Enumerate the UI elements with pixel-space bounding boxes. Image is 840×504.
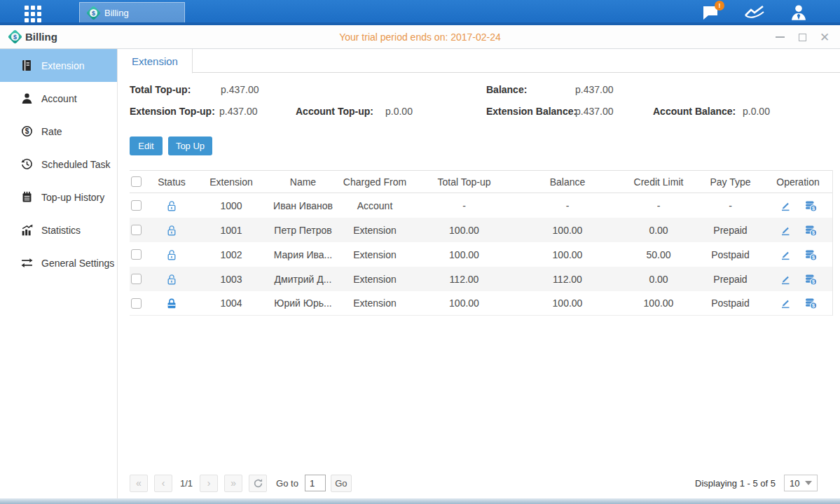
sidebar-item-account[interactable]: Account — [0, 82, 117, 115]
row-checkbox[interactable] — [131, 249, 142, 260]
topup-history-ledger-icon — [21, 191, 33, 203]
cell-balance: - — [515, 200, 620, 211]
refresh-button[interactable] — [249, 475, 267, 492]
edit-extension-icon[interactable] — [779, 297, 792, 309]
edit-button[interactable]: Edit — [130, 136, 163, 155]
first-page-button[interactable]: « — [130, 475, 148, 492]
unlocked-icon — [165, 273, 178, 286]
sidebar-item-scheduled-task[interactable]: Scheduled Task — [0, 148, 117, 181]
page-size-select[interactable]: 10 — [784, 475, 818, 491]
top-up-extension-icon[interactable]: $ — [804, 297, 818, 309]
unlocked-icon — [165, 248, 178, 261]
sidebar-item-label: Statistics — [41, 225, 81, 236]
cell-pay-type: Postpaid — [697, 249, 764, 260]
cell-credit-limit: - — [620, 200, 697, 211]
cell-total-topup: - — [413, 200, 515, 211]
total-topup-value: p.437.00 — [221, 84, 259, 95]
go-button[interactable]: Go — [331, 475, 352, 492]
col-charged-from: Charged From — [336, 176, 413, 188]
account-balance-value: p.0.00 — [743, 106, 770, 117]
cell-pay-type: Prepaid — [697, 225, 764, 236]
cell-charged-from: Extension — [336, 298, 413, 309]
edit-extension-icon[interactable] — [779, 273, 792, 286]
cell-credit-limit: 50.00 — [620, 249, 697, 260]
refresh-icon — [253, 478, 263, 489]
messages-icon[interactable]: ! — [700, 3, 721, 22]
cell-name: Дмитрий Д... — [270, 274, 336, 285]
locked-icon — [165, 297, 178, 309]
select-all-checkbox[interactable] — [131, 176, 142, 187]
resource-monitor-icon[interactable] — [744, 3, 765, 22]
tab-strip: Extension — [118, 49, 840, 73]
sidebar-item-label: Top-up History — [41, 192, 104, 203]
goto-label: Go to — [276, 478, 298, 489]
cell-extension: 1002 — [193, 249, 270, 260]
cell-extension: 1000 — [193, 200, 270, 211]
sidebar-item-label: Extension — [41, 60, 84, 71]
top-up-extension-icon[interactable]: $ — [804, 200, 818, 212]
extension-topup-value: p.437.00 — [219, 106, 258, 117]
taskbar-tab-billing[interactable]: $ Billing — [79, 2, 185, 23]
edit-extension-icon[interactable] — [779, 200, 792, 212]
table-header: Status Extension Name Charged From Total… — [130, 170, 832, 193]
table-row: 1000 Иван Иванов Account - - - - $ — [130, 193, 832, 218]
window-titlebar: $ Billing Your trial period ends on: 201… — [0, 25, 840, 49]
cell-credit-limit: 0.00 — [620, 274, 697, 285]
cell-charged-from: Extension — [336, 249, 413, 260]
cell-name: Мария Ива... — [270, 249, 336, 260]
sidebar-item-statistics[interactable]: Statistics — [0, 214, 117, 246]
cell-charged-from: Extension — [336, 225, 413, 236]
edit-extension-icon[interactable] — [779, 224, 792, 237]
taskbar-tab-label: Billing — [104, 8, 129, 18]
general-settings-sliders-icon — [21, 257, 33, 269]
cell-total-topup: 100.00 — [413, 249, 515, 260]
sidebar-item-top-up-history[interactable]: Top-up History — [0, 181, 117, 214]
window-body: ExtensionAccount$RateScheduled TaskTop-u… — [0, 49, 840, 498]
row-checkbox[interactable] — [131, 274, 142, 284]
sidebar-item-extension[interactable]: Extension — [0, 49, 117, 82]
sidebar-item-label: Scheduled Task — [41, 159, 111, 170]
goto-page-input[interactable] — [305, 475, 326, 491]
col-total-topup: Total Top-up — [413, 176, 515, 188]
table-row: 1002 Мария Ива... Extension 100.00 100.0… — [130, 242, 832, 267]
cell-name: Иван Иванов — [270, 200, 336, 211]
table-row: 1003 Дмитрий Д... Extension 112.00 112.0… — [130, 267, 832, 291]
top-up-extension-icon[interactable]: $ — [804, 224, 818, 237]
prev-page-button[interactable]: ‹ — [154, 475, 172, 492]
account-topup-label: Account Top-up: — [296, 106, 373, 117]
close-button[interactable]: ✕ — [819, 31, 830, 43]
row-checkbox[interactable] — [131, 200, 142, 211]
sidebar: ExtensionAccount$RateScheduled TaskTop-u… — [0, 49, 118, 498]
col-name: Name — [270, 176, 336, 188]
pagination-bar: « ‹ 1/1 › » Go to Go Displaying 1 - 5 of… — [130, 474, 833, 492]
next-page-button[interactable]: › — [200, 475, 218, 492]
account-balance-label: Account Balance: — [653, 106, 736, 117]
sidebar-item-rate[interactable]: $Rate — [0, 115, 117, 148]
cell-charged-from: Extension — [336, 274, 413, 285]
minimize-button[interactable] — [774, 31, 785, 43]
row-checkbox[interactable] — [131, 225, 142, 235]
apps-grid-icon[interactable] — [25, 6, 51, 21]
top-up-button[interactable]: Top Up — [168, 136, 212, 155]
statistics-chart-icon — [21, 224, 33, 236]
cell-balance: 100.00 — [515, 225, 620, 236]
last-page-button[interactable]: » — [224, 475, 242, 492]
rate-dollar-icon: $ — [21, 125, 33, 137]
cell-name: Петр Петров — [270, 225, 336, 236]
row-checkbox[interactable] — [131, 298, 142, 309]
account-person-icon — [21, 92, 33, 104]
trial-message: Your trial period ends on: 2017-02-24 — [0, 31, 840, 43]
top-up-extension-icon[interactable]: $ — [804, 248, 818, 261]
displaying-text: Displaying 1 - 5 of 5 — [695, 478, 776, 489]
maximize-button[interactable] — [797, 31, 808, 43]
edit-extension-icon[interactable] — [779, 248, 792, 261]
tab-extension[interactable]: Extension — [118, 49, 193, 74]
chevron-down-icon — [805, 481, 812, 485]
sidebar-item-general-settings[interactable]: General Settings — [0, 246, 117, 279]
person-icon — [790, 4, 808, 22]
extension-table: Status Extension Name Charged From Total… — [130, 170, 833, 316]
user-account-icon[interactable] — [788, 3, 809, 22]
top-up-extension-icon[interactable]: $ — [804, 273, 818, 286]
cell-total-topup: 100.00 — [413, 225, 515, 236]
topbar-icons: ! — [700, 3, 809, 22]
